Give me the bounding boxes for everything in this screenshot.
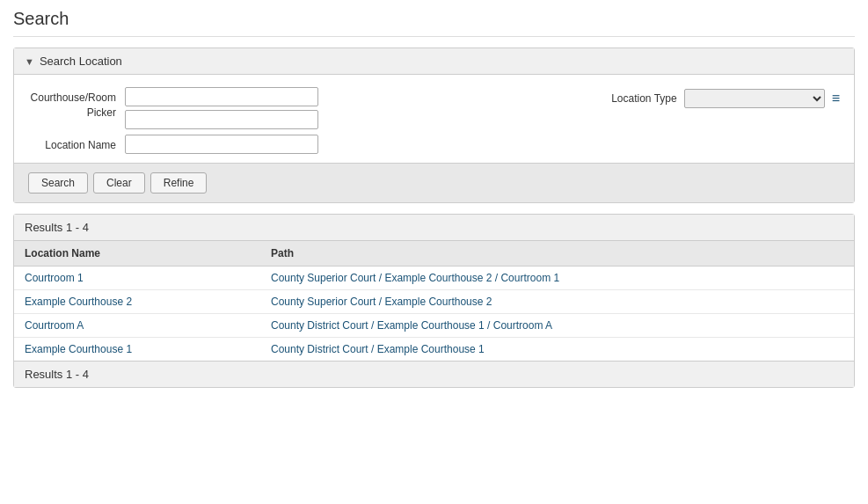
search-location-panel: ▼ Search Location Courthouse/RoomPicker … [13, 47, 855, 203]
table-row: Courtroom 1County Superior Court / Examp… [14, 267, 854, 290]
location-name-label: Location Name [28, 135, 116, 153]
courthouse-input-2[interactable] [125, 110, 318, 129]
table-row: Courtroom ACounty District Court / Examp… [14, 314, 854, 338]
location-name-link[interactable]: Example Courthouse 2 [25, 296, 132, 308]
chevron-down-icon: ▼ [25, 56, 34, 67]
location-type-label: Location Type [611, 92, 677, 105]
table-row: Example Courthouse 2County Superior Cour… [14, 290, 854, 314]
location-name-input[interactable] [125, 135, 318, 154]
courthouse-room-label: Courthouse/RoomPicker [28, 87, 116, 121]
table-row: Example Courthouse 1County District Cour… [14, 338, 854, 362]
search-button[interactable]: Search [28, 172, 88, 194]
page-title: Search [13, 9, 855, 37]
col-path: Path [260, 241, 854, 267]
refine-button[interactable]: Refine [150, 172, 208, 194]
path-link[interactable]: County District Court / Example Courthou… [271, 343, 485, 355]
results-table: Location Name Path Courtroom 1County Sup… [14, 241, 854, 361]
location-name-link[interactable]: Courtroom 1 [25, 272, 84, 284]
search-location-header[interactable]: ▼ Search Location [14, 48, 854, 75]
left-fields: Courthouse/RoomPicker Location Name [28, 87, 318, 154]
col-location-name: Location Name [14, 241, 260, 267]
path-link[interactable]: County Superior Court / Example Courthou… [271, 272, 559, 284]
table-header-row: Location Name Path [14, 241, 854, 267]
action-bar: Search Clear Refine [14, 163, 854, 202]
courthouse-room-group: Courthouse/RoomPicker [28, 87, 318, 129]
search-location-title: Search Location [40, 55, 122, 68]
courthouse-input-1[interactable] [125, 87, 318, 106]
search-location-body: Courthouse/RoomPicker Location Name Loca… [14, 75, 854, 163]
results-footer: Results 1 - 4 [14, 361, 854, 387]
path-link[interactable]: County Superior Court / Example Courthou… [271, 296, 492, 308]
results-header: Results 1 - 4 [14, 215, 854, 241]
results-panel: Results 1 - 4 Location Name Path Courtro… [13, 214, 855, 388]
fields-row: Courthouse/RoomPicker Location Name Loca… [28, 87, 840, 154]
right-fields: Location Type Courthouse Courtroom Other… [611, 87, 840, 108]
location-type-select[interactable]: Courthouse Courtroom Other [684, 89, 825, 108]
location-name-link[interactable]: Example Courthouse 1 [25, 343, 132, 355]
clear-button[interactable]: Clear [93, 172, 145, 194]
location-name-group: Location Name [28, 135, 318, 154]
courthouse-room-inputs [125, 87, 318, 129]
path-link[interactable]: County District Court / Example Courthou… [271, 319, 552, 332]
list-options-icon[interactable]: ≡ [832, 91, 840, 106]
location-name-link[interactable]: Courtroom A [25, 319, 84, 332]
